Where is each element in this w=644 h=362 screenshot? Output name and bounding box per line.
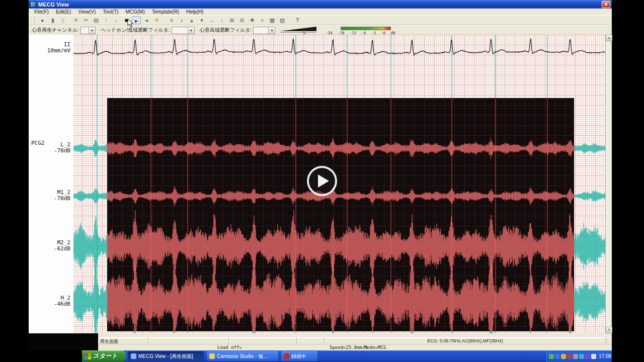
toolbar-icon-2[interactable]: ▯ xyxy=(58,16,67,24)
toolbar-icon-15[interactable]: ♪ xyxy=(177,16,186,24)
menu-item-6[interactable]: Help(H) xyxy=(183,9,207,15)
toolbar-icon-23[interactable]: ≈ xyxy=(258,16,267,24)
task-button-label: 録画中 xyxy=(291,353,306,360)
highcut-filter-label: 心音高域遮断フィルタ: xyxy=(200,27,252,34)
vertical-scrollbar[interactable]: ▲ ▼ xyxy=(605,35,612,333)
taskbar-clock: 17:08 xyxy=(599,353,611,359)
lowcut-combobox-value xyxy=(172,27,188,34)
titlebar[interactable]: MECG View ✕ xyxy=(29,0,612,9)
toolbar-icon-1[interactable]: ▮ xyxy=(48,16,57,24)
tray-icon-0[interactable] xyxy=(549,354,554,359)
status-bar: 再生画面 ECG: 0.05-75Hz,AC(60Hz),MF(35Hz) xyxy=(98,337,612,344)
toolbar-icon-17[interactable]: ▾ xyxy=(197,16,206,24)
toolbar-grip xyxy=(33,17,34,24)
menu-item-5[interactable]: Template(R) xyxy=(148,9,183,15)
toolbar-icon-24[interactable]: ▦ xyxy=(268,16,277,24)
level-meter-wrap: -24-18-12-6-3-0dB xyxy=(326,26,395,35)
menubar: File(F)Edit(E)View(V)Tool(T)MCG(M)Templa… xyxy=(29,9,612,15)
status-bar-secondary: Lead off= Speed=25.0mm/s Mode=MCG xyxy=(98,344,612,350)
menu-item-4[interactable]: MCG(M) xyxy=(122,9,148,15)
toolbar-icon-12[interactable]: ✳ xyxy=(152,16,161,24)
bottom-left-corner xyxy=(29,333,98,350)
status-speed: Speed=25.0mm/s xyxy=(330,345,368,350)
channel-label-L_2: L_2-78dB xyxy=(29,142,70,154)
channel-select-label: 心音再生チャンネル: xyxy=(32,27,79,34)
task-button-2[interactable]: 録画中 xyxy=(281,351,317,361)
lowcut-combobox[interactable]: ▼ xyxy=(172,27,195,34)
toolbar-icon-11[interactable]: ◂ xyxy=(142,16,151,24)
toolbar-icon-14[interactable]: ≡ xyxy=(167,16,176,24)
channel-label-band xyxy=(29,35,73,333)
channel-label-M2_2: M2_2-62dB xyxy=(29,240,70,252)
screen: MECG View ✕ File(F)Edit(E)View(V)Tool(T)… xyxy=(0,0,644,362)
highcut-combobox[interactable]: ▼ xyxy=(253,27,275,34)
taskbar-strip: スタート MECG View - [再生画面]Camtasia Studio -… xyxy=(82,350,612,362)
window-title: MECG View xyxy=(38,2,69,8)
highcut-combobox-arrow-icon[interactable]: ▼ xyxy=(268,27,275,34)
channel-label-M1_2: M1_2-78dB xyxy=(29,190,70,202)
toolbar-icon-0[interactable]: ▸ xyxy=(38,16,47,24)
channel-label-H_2: H_2-46dB xyxy=(29,295,70,307)
close-button[interactable]: ✕ xyxy=(602,1,610,8)
scrollbar-down-icon[interactable]: ▼ xyxy=(606,327,612,333)
level-meter xyxy=(341,27,391,30)
menu-item-1[interactable]: Edit(E) xyxy=(52,9,75,15)
video-play-button[interactable] xyxy=(307,166,337,196)
tray-icons xyxy=(549,354,597,359)
toolbar-icon-20[interactable]: ⊞ xyxy=(227,16,236,24)
menu-item-3[interactable]: Tool(T) xyxy=(99,9,122,15)
tray-icon-3[interactable] xyxy=(567,354,572,359)
start-button[interactable]: スタート xyxy=(82,350,126,362)
channel-combobox-value xyxy=(81,27,89,34)
toolbar-icon-5[interactable]: ✂ xyxy=(82,16,91,24)
channel-combobox[interactable]: ▼ xyxy=(80,27,96,34)
volume-slider-track[interactable] xyxy=(280,32,316,33)
taskbar: スタート MECG View - [再生画面]Camtasia Studio -… xyxy=(0,350,644,362)
task-button-label: MECG View - [再生画面] xyxy=(138,353,193,360)
app-icon xyxy=(30,2,36,8)
task-button-icon xyxy=(131,353,136,359)
lowcut-filter-label: ヘッドホン/低域遮断フィルタ: xyxy=(101,27,170,34)
tray-icon-4[interactable] xyxy=(573,354,578,359)
tray-icon-5[interactable] xyxy=(579,354,584,359)
tray-icon-7[interactable] xyxy=(591,354,596,359)
channel-gain: -46dB xyxy=(29,301,70,307)
toolbar-icon-21[interactable]: ⊟ xyxy=(237,16,247,24)
toolbar-icon-6[interactable]: ▤ xyxy=(92,16,101,24)
toolbar-main: ▸▮▯✕✂▤↑↓■▸◂✳≡♪▴▾↔↕⊞⊟✚≈▦▧? xyxy=(29,15,612,25)
task-button-0[interactable]: MECG View - [再生画面] xyxy=(128,351,204,361)
toolbar-icon-8[interactable]: ↓ xyxy=(112,16,121,24)
status-panel-3 xyxy=(229,338,297,344)
tray-icon-1[interactable] xyxy=(555,354,560,359)
status-lead-off: Lead off= xyxy=(217,345,242,350)
channel-gain: -78dB xyxy=(29,196,70,202)
sound-toolbar: 心音再生チャンネル: ▼ ヘッドホン/低域遮断フィルタ: ▼ 心音高域遮断フィル… xyxy=(29,25,612,35)
tray-icon-6[interactable] xyxy=(585,354,590,359)
status-gap xyxy=(29,333,612,337)
channel-combobox-arrow-icon[interactable]: ▼ xyxy=(89,27,95,34)
volume-slider-thumb[interactable] xyxy=(303,31,305,34)
start-label: スタート xyxy=(93,352,118,360)
status-panel-2 xyxy=(148,338,229,344)
task-button-icon xyxy=(209,353,215,359)
status-playback: 再生画面 xyxy=(98,338,148,344)
volume-wedge[interactable] xyxy=(280,26,318,35)
scrollbar-up-icon[interactable]: ▲ xyxy=(606,35,612,41)
ecg-lead-label: II10mm/mV xyxy=(29,42,70,54)
ecg-scale: 10mm/mV xyxy=(29,48,70,54)
toolbar-icon-7[interactable]: ↑ xyxy=(102,16,111,24)
toolbar-icon-22[interactable]: ✚ xyxy=(248,16,257,24)
system-tray: 17:08 xyxy=(546,350,611,362)
toolbar-icon-27[interactable]: ? xyxy=(293,16,302,24)
task-button-1[interactable]: Camtasia Studio - 無… xyxy=(207,351,278,361)
volume-wedge-icon xyxy=(280,26,318,32)
toolbar-icon-18[interactable]: ↔ xyxy=(207,16,216,24)
toolbar-icon-19[interactable]: ↕ xyxy=(217,16,226,24)
menu-item-2[interactable]: View(V) xyxy=(74,9,99,15)
tray-icon-2[interactable] xyxy=(561,354,566,359)
toolbar-icon-16[interactable]: ▴ xyxy=(187,16,196,24)
menu-item-0[interactable]: File(F) xyxy=(31,9,52,15)
lowcut-combobox-arrow-icon[interactable]: ▼ xyxy=(188,27,194,34)
toolbar-icon-25[interactable]: ▧ xyxy=(278,16,287,24)
toolbar-icon-4[interactable]: ✕ xyxy=(71,16,80,24)
